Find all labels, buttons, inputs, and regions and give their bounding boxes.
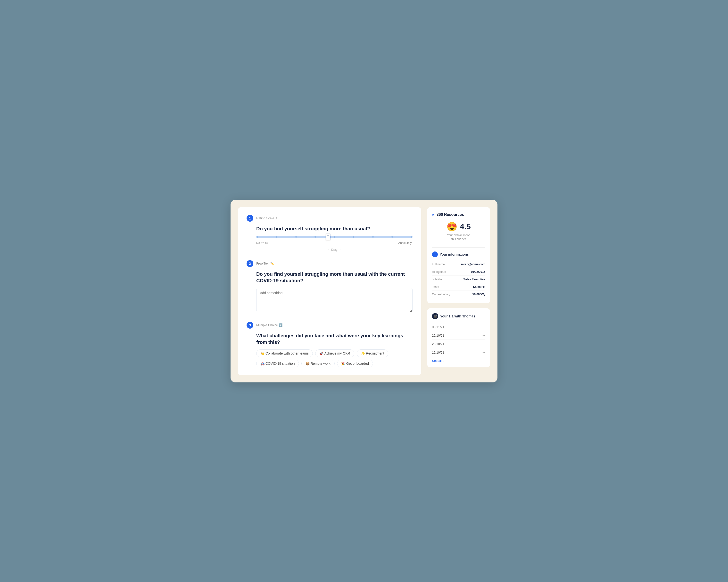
slider-dot [353, 236, 354, 238]
info-row: Current salary 56.000€/y [432, 291, 485, 298]
info-row-label: Hiring date [432, 270, 446, 274]
slider-track-wrapper[interactable] [256, 236, 413, 238]
meeting-row[interactable]: 08/11/21 → [432, 323, 485, 331]
info-header: i Your informations [432, 251, 485, 257]
info-row-value: 10/02/2016 [471, 270, 485, 274]
chevrons-icon: » [432, 213, 434, 217]
info-row-label: Team [432, 285, 439, 288]
meeting-date: 12/10/21 [432, 351, 444, 354]
mood-subtitle: Your overall mood this quarter [447, 233, 470, 242]
meeting-row[interactable]: 20/10/21 → [432, 340, 485, 348]
meeting-arrow-icon: → [482, 342, 485, 346]
question-2-block: 2 Free Text ✏️ Do you find yourself stru… [246, 260, 413, 313]
resources-header: » 360 Resources [432, 213, 485, 217]
question-2-header: 2 Free Text ✏️ [246, 260, 413, 267]
drag-label: ← Drag → [256, 248, 413, 251]
info-section: i Your informations Full name sarah@acme… [432, 251, 485, 298]
question-2-number: 2 [246, 260, 253, 267]
info-row-label: Job title [432, 278, 442, 281]
info-row: Job title Sales Executive [432, 276, 485, 283]
slider-dot [372, 236, 374, 238]
question-3-text: What challenges did you face and what we… [246, 332, 413, 345]
slider-handle[interactable] [326, 233, 331, 240]
question-1-type: Rating Scale 🎚 [256, 216, 278, 220]
slider-handle-line [327, 238, 329, 239]
slider-handle-line [327, 235, 329, 236]
slider-dot [334, 236, 335, 238]
question-3-block: 3 Multiple Choice ℹ️ What challenges did… [246, 322, 413, 367]
meeting-row[interactable]: 26/10/21 → [432, 331, 485, 340]
slider-dot [257, 236, 258, 238]
choice-tag[interactable]: ✨ Recruitment [357, 350, 388, 357]
question-1-block: 1 Rating Scale 🎚 Do you find yourself st… [246, 215, 413, 251]
question-3-type: Multiple Choice ℹ️ [256, 323, 283, 327]
question-1-text: Do you find yourself struggling more tha… [246, 225, 413, 232]
one-on-one-icon: 🎬 [432, 313, 438, 320]
slider-handle-lines [327, 235, 329, 239]
mood-area: 😍 4.5 Your overall mood this quarter [432, 222, 485, 247]
slider-left-label: No it's ok [256, 241, 268, 245]
meeting-row[interactable]: 12/10/21 → [432, 348, 485, 357]
info-row: Team Sales FR [432, 283, 485, 291]
rating-scale-area: No it's ok Absolutely! ← Drag → [246, 236, 413, 251]
slider-dot [295, 236, 297, 238]
meeting-date: 26/10/21 [432, 334, 444, 337]
question-1-number: 1 [246, 215, 253, 222]
info-row: Full name sarah@acme.com [432, 261, 485, 268]
info-row-value: Sales Executive [463, 278, 485, 281]
info-row-label: Full name [432, 262, 445, 266]
meeting-arrow-icon: → [482, 351, 485, 354]
main-container: 1 Rating Scale 🎚 Do you find yourself st… [231, 200, 497, 382]
free-text-area [246, 288, 413, 313]
question-3-number: 3 [246, 322, 253, 329]
mood-score: 4.5 [460, 222, 470, 231]
mood-divider [432, 247, 485, 248]
slider-dot [314, 236, 316, 238]
info-rows: Full name sarah@acme.com Hiring date 10/… [432, 261, 485, 298]
question-2-text: Do you find yourself struggling more tha… [246, 271, 413, 284]
free-text-input[interactable] [256, 288, 413, 312]
slider-dot [391, 236, 393, 238]
choice-tag[interactable]: 👋 Collaborate with other teams [256, 350, 313, 357]
mood-score-row: 😍 4.5 [446, 222, 470, 232]
info-row-label: Current salary [432, 293, 450, 296]
info-icon: i [432, 251, 438, 257]
slider-dot [276, 236, 277, 238]
slider-track [256, 236, 413, 238]
meeting-date: 08/11/21 [432, 325, 444, 329]
choice-tag[interactable]: 🚀 Achieve my OKR [315, 350, 354, 357]
question-3-header: 3 Multiple Choice ℹ️ [246, 322, 413, 329]
one-on-one-card: 🎬 Your 1:1 with Thomas 08/11/21 → 26/10/… [427, 308, 490, 367]
meeting-date: 20/10/21 [432, 342, 444, 346]
question-1-header: 1 Rating Scale 🎚 [246, 215, 413, 222]
choice-tag[interactable]: 📦 Remote work [302, 360, 335, 367]
question-2-type: Free Text ✏️ [256, 262, 274, 265]
left-panel: 1 Rating Scale 🎚 Do you find yourself st… [238, 207, 421, 375]
slider-dot [411, 236, 412, 238]
slider-handle-line [327, 237, 329, 237]
meeting-arrow-icon: → [482, 325, 485, 329]
right-panel: » 360 Resources 😍 4.5 Your overall mood … [427, 207, 490, 375]
resources-card: » 360 Resources 😍 4.5 Your overall mood … [427, 207, 490, 304]
slider-dots [256, 236, 413, 238]
choice-tags: 👋 Collaborate with other teams🚀 Achieve … [246, 350, 413, 367]
mood-emoji: 😍 [446, 222, 458, 232]
meetings-container: 08/11/21 → 26/10/21 → 20/10/21 → 12/10/2… [432, 323, 485, 357]
slider-labels: No it's ok Absolutely! [256, 241, 413, 245]
info-row-value: Sales FR [473, 285, 485, 288]
slider-right-label: Absolutely! [398, 241, 413, 245]
info-row-value: 56.000€/y [472, 293, 485, 296]
resources-title: 360 Resources [437, 213, 464, 217]
see-all-link[interactable]: See all... [432, 359, 485, 363]
choice-tag[interactable]: 🎉 Get onboarded [337, 360, 373, 367]
one-on-one-header: 🎬 Your 1:1 with Thomas [432, 313, 485, 320]
info-title: Your informations [440, 252, 469, 256]
choice-tag[interactable]: 🚑 COVID-19 situation [256, 360, 299, 367]
one-on-one-title: Your 1:1 with Thomas [440, 314, 475, 318]
meeting-arrow-icon: → [482, 333, 485, 337]
info-row-value: sarah@acme.com [461, 262, 485, 266]
info-row: Hiring date 10/02/2016 [432, 268, 485, 276]
